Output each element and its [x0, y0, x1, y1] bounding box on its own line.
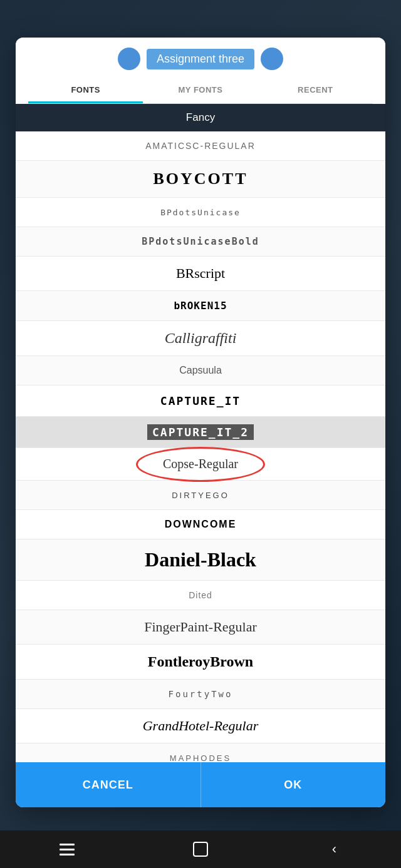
list-item[interactable]: DirtyEgo	[16, 481, 385, 510]
font-label: FontleroyBrown	[148, 653, 253, 670]
title-text: Assignment three	[147, 49, 254, 69]
right-handle[interactable]	[261, 48, 283, 70]
tab-fonts[interactable]: FONTS	[28, 76, 143, 103]
font-label: CAPTURE_IT_2	[147, 424, 254, 440]
list-item[interactable]: GrandHotel-Regular	[16, 709, 385, 743]
list-item[interactable]: Dited	[16, 581, 385, 610]
font-label: FingerPaint-Regular	[144, 619, 257, 635]
list-item[interactable]: CAPTURE_IT	[16, 385, 385, 417]
list-item[interactable]: bROKEN15	[16, 291, 385, 321]
font-list[interactable]: AmaticSC-Regular BOYCOTT BPdotsUnicase B…	[16, 131, 385, 762]
back-icon: ‹	[332, 841, 336, 857]
list-item[interactable]: BOYCOTT	[16, 161, 385, 198]
font-label: Daniel-Black	[145, 548, 256, 571]
back-button[interactable]: ‹	[318, 837, 350, 862]
list-item[interactable]: Daniel-Black	[16, 539, 385, 581]
home-icon	[193, 842, 208, 857]
modal-header: Assignment three FONTS MY FONTS RECENT	[16, 38, 385, 104]
menu-button[interactable]	[51, 837, 83, 862]
left-handle[interactable]	[118, 48, 140, 70]
list-item[interactable]: DOWNCOME	[16, 510, 385, 539]
list-item[interactable]: FingerPaint-Regular	[16, 610, 385, 645]
list-item[interactable]: BRscript	[16, 257, 385, 291]
font-label: MAPHODES	[170, 753, 231, 762]
font-label: DOWNCOME	[165, 519, 237, 529]
modal-overlay: Assignment three FONTS MY FONTS RECENT F…	[0, 0, 401, 868]
font-label: Copse-Regular	[163, 457, 238, 471]
ok-button[interactable]: OK	[201, 762, 386, 807]
font-label: DirtyEgo	[172, 491, 229, 500]
list-item[interactable]: Calligraffiti	[16, 321, 385, 356]
font-label: BPdotsUnicase	[160, 208, 241, 217]
list-item[interactable]: AmaticSC-Regular	[16, 131, 385, 161]
list-item[interactable]: MAPHODES	[16, 743, 385, 762]
font-label: Dited	[189, 590, 212, 600]
font-label: GrandHotel-Regular	[143, 718, 259, 733]
font-picker-modal: Assignment three FONTS MY FONTS RECENT F…	[16, 38, 385, 807]
font-label: BPdotsUnicaseBold	[142, 236, 259, 247]
navigation-bar: ‹	[0, 830, 401, 868]
modal-footer: CANCEL OK	[16, 762, 385, 807]
list-item[interactable]: BPdotsUnicaseBold	[16, 227, 385, 257]
list-item[interactable]: BPdotsUnicase	[16, 198, 385, 227]
font-label: BOYCOTT	[153, 170, 247, 188]
list-item[interactable]: FourtyTwo	[16, 680, 385, 709]
category-header: Fancy	[16, 104, 385, 131]
font-label: AmaticSC-Regular	[145, 141, 256, 151]
font-label: Capsuula	[179, 365, 222, 375]
tab-recent[interactable]: RECENT	[258, 76, 373, 103]
tabs-container: FONTS MY FONTS RECENT	[28, 76, 373, 104]
menu-icon	[60, 844, 75, 855]
title-area: Assignment three	[118, 48, 283, 70]
list-item-selected[interactable]: CAPTURE_IT_2	[16, 417, 385, 448]
font-label: BRscript	[176, 265, 225, 281]
font-label: FourtyTwo	[169, 689, 233, 699]
font-label: CAPTURE_IT	[160, 394, 241, 407]
list-item[interactable]: Capsuula	[16, 356, 385, 385]
tab-my-fonts[interactable]: MY FONTS	[143, 76, 258, 103]
list-item-circled[interactable]: Copse-Regular	[16, 448, 385, 481]
font-label: Calligraffiti	[165, 330, 237, 346]
font-label: bROKEN15	[174, 300, 227, 312]
home-button[interactable]	[185, 837, 216, 862]
cancel-button[interactable]: CANCEL	[16, 762, 201, 807]
list-item[interactable]: FontleroyBrown	[16, 645, 385, 680]
